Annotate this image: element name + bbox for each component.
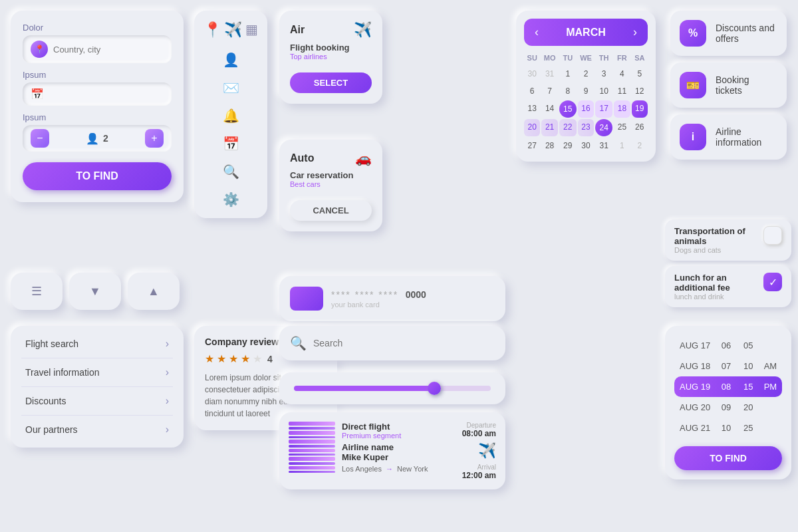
down-button[interactable]: ▼ [69, 273, 121, 310]
time-row-aug18[interactable]: AUG 18 07 10 AM [674, 356, 782, 376]
plane-nav-icon[interactable]: ✈️ [224, 21, 242, 39]
day-tu: TU [559, 51, 577, 65]
plane-icon: ✈️ [354, 21, 372, 39]
slider-track[interactable] [294, 386, 491, 391]
cal-30-prev[interactable]: 30 [524, 66, 540, 82]
air-select-button[interactable]: SELECT [290, 72, 372, 93]
opt-animals-checkbox[interactable] [763, 226, 782, 245]
time-row-aug17[interactable]: AUG 17 06 05 [674, 335, 782, 356]
mini-buttons-row: ☰ ▼ ▲ [11, 273, 184, 310]
cal-28[interactable]: 28 [541, 138, 557, 154]
cal-22[interactable]: 22 [559, 119, 577, 136]
search-nav-icon[interactable]: 🔍 [223, 164, 239, 180]
date-input-row[interactable]: 📅 28.01.2021 [23, 82, 172, 106]
gear-nav-icon[interactable]: ⚙️ [223, 192, 239, 207]
cal-1-next[interactable]: 1 [614, 138, 630, 154]
cal-25[interactable]: 25 [614, 119, 630, 136]
menu-button[interactable]: ☰ [11, 273, 63, 310]
cal-7[interactable]: 7 [541, 83, 557, 99]
nav-panel: Flight search › Travel information › Dis… [11, 326, 184, 448]
arrival-time: 12:00 am [462, 471, 496, 480]
time-row-aug19[interactable]: AUG 19 08 15 PM [674, 376, 782, 397]
nav-item-discounts[interactable]: Discounts › [21, 387, 173, 416]
cal-8[interactable]: 8 [559, 83, 577, 99]
card-number-area: **** **** **** 0000 your bank card [331, 289, 426, 309]
slider-thumb[interactable] [428, 382, 441, 395]
departure-label: Departure [462, 422, 496, 429]
day-we: WE [578, 51, 594, 65]
cal-29[interactable]: 29 [559, 138, 577, 154]
time-row-aug20[interactable]: AUG 20 09 20 [674, 397, 782, 418]
cal-19[interactable]: 19 [632, 100, 648, 118]
time-ampm-aug19: PM [761, 382, 779, 392]
auto-cancel-button[interactable]: CANCEL [290, 200, 372, 221]
up-button[interactable]: ▲ [128, 273, 180, 310]
ticket-from: Los Angeles [342, 465, 382, 473]
cal-12[interactable]: 12 [632, 83, 648, 99]
air-desc: Top airlines [290, 53, 372, 61]
cal-20[interactable]: 20 [524, 119, 540, 136]
calendar-nav-icon[interactable]: 📅 [223, 136, 239, 152]
bell-nav-icon[interactable]: 🔔 [223, 108, 239, 124]
cal-11[interactable]: 11 [614, 83, 630, 99]
counter-plus-button[interactable]: + [145, 129, 164, 148]
person-nav-icon[interactable]: 👤 [223, 52, 239, 68]
cal-6[interactable]: 6 [524, 83, 540, 99]
cal-14[interactable]: 14 [541, 100, 557, 118]
cal-31-prev[interactable]: 31 [541, 66, 557, 82]
cal-5[interactable]: 5 [632, 66, 648, 82]
cal-26[interactable]: 26 [632, 119, 648, 136]
option-lunch: Lunch for an additional fee lunch and dr… [665, 266, 791, 307]
opt-lunch-checkbox[interactable]: ✓ [763, 273, 782, 291]
features-panel: % Discounts and offers 🎫 Booking tickets… [670, 11, 787, 166]
date-input[interactable]: 28.01.2021 [49, 89, 164, 99]
cal-31[interactable]: 31 [595, 138, 612, 154]
cal-3[interactable]: 3 [595, 66, 612, 82]
departure-time: 08:00 am [462, 429, 496, 438]
cal-2-next[interactable]: 2 [632, 138, 648, 154]
top-nav-icons: 📍 ✈️ ▦ [202, 21, 259, 39]
cal-13[interactable]: 13 [524, 100, 540, 118]
cal-16[interactable]: 16 [578, 100, 594, 118]
time-date-aug17: AUG 17 [677, 340, 713, 350]
cal-9[interactable]: 9 [578, 83, 594, 99]
auto-card: Auto 🚗 Car reservation Best cars CANCEL [279, 140, 382, 231]
cal-30[interactable]: 30 [578, 138, 594, 154]
cal-17[interactable]: 17 [595, 100, 612, 118]
calendar-header: ‹ MARCH › [524, 19, 648, 46]
location-nav-icon[interactable]: 📍 [203, 21, 221, 39]
country-input-row[interactable]: 📍 [23, 35, 172, 63]
cal-24-end[interactable]: 24 [595, 119, 612, 136]
cal-next-button[interactable]: › [633, 25, 637, 39]
calendar-grid: SU MO TU WE TH FR SA 30 31 1 2 3 4 5 6 7… [524, 51, 648, 154]
find-button[interactable]: TO FIND [23, 162, 172, 190]
time-h-aug17: 06 [717, 340, 735, 350]
nav-item-flight[interactable]: Flight search › [21, 330, 173, 358]
star5-empty: ★ [253, 352, 262, 365]
time-row-aug21[interactable]: AUG 21 10 25 [674, 418, 782, 438]
cal-15-selected[interactable]: 15 [559, 100, 577, 118]
grid-nav-icon[interactable]: ▦ [245, 21, 258, 39]
card-last4: 0000 [406, 289, 426, 300]
nav-item-travel[interactable]: Travel information › [21, 358, 173, 387]
country-input[interactable] [53, 45, 164, 55]
feat-discounts: % Discounts and offers [670, 11, 787, 56]
cal-18[interactable]: 18 [614, 100, 630, 118]
cal-10[interactable]: 10 [595, 83, 612, 99]
mail-nav-icon[interactable]: ✉️ [223, 80, 239, 96]
option-animals: Transportation of animals Dogs and cats [665, 219, 791, 261]
nav-label-travel: Travel information [25, 367, 100, 378]
cal-21[interactable]: 21 [541, 119, 557, 136]
cal-prev-button[interactable]: ‹ [535, 25, 539, 39]
side-nav-icons: 👤 ✉️ 🔔 📅 🔍 ⚙️ [202, 52, 259, 207]
cal-23[interactable]: 23 [578, 119, 594, 136]
search-input[interactable] [313, 338, 495, 348]
time-find-button[interactable]: TO FIND [674, 446, 782, 470]
cal-27[interactable]: 27 [524, 138, 540, 154]
cal-2[interactable]: 2 [578, 66, 594, 82]
cal-4[interactable]: 4 [614, 66, 630, 82]
counter-minus-button[interactable]: − [31, 129, 49, 148]
nav-item-partners[interactable]: Our partners › [21, 416, 173, 444]
opt-lunch-label: Lunch for an additional fee [674, 273, 763, 293]
cal-1[interactable]: 1 [559, 66, 577, 82]
